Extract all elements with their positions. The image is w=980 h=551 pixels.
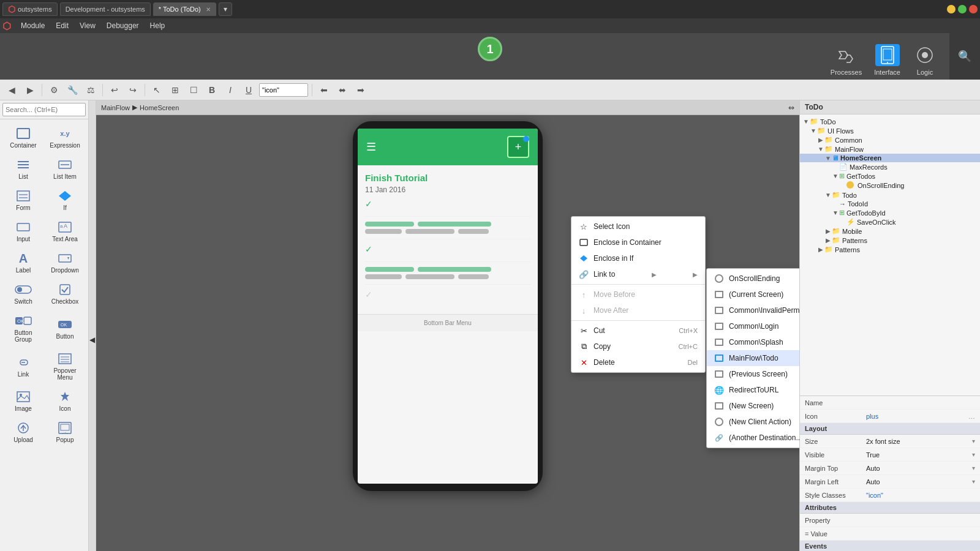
toolbar-undo-btn[interactable]: ↩ [107,82,123,98]
panel-collapse-btn[interactable]: ◀ [89,100,96,551]
widget-button-group[interactable]: OK Button Group [4,310,43,346]
tree-node-patterns[interactable]: ▶ 📁 Patterns [800,236,980,245]
sub-another-dest[interactable]: 🔗 (Another Destination...) Ctrl+L [707,430,799,446]
toolbar-align-left-btn[interactable]: ⬅ [316,82,332,98]
widget-dropdown[interactable]: Dropdown [45,248,85,277]
widget-switch[interactable]: Switch [4,279,43,308]
widget-expression[interactable]: x.y Expression [45,123,85,152]
ctx-cut[interactable]: ✂ Cut Ctrl+X [571,323,705,339]
tree-toggle-mobile[interactable]: ▶ [824,228,832,235]
widget-button[interactable]: OK Button [45,310,85,346]
search-top-icon[interactable]: 🔍 [949,33,980,80]
breadcrumb-homescreen[interactable]: HomeScreen [140,104,179,111]
style-class-input[interactable] [259,83,308,97]
widget-icon-item[interactable]: Icon [45,386,85,415]
widget-link[interactable]: Link [4,348,43,384]
maximize-button[interactable] [958,5,967,13]
widget-container[interactable]: Container [4,123,43,152]
tree-node-todo-item[interactable]: ▼ 📁 Todo [800,190,980,200]
tree-toggle-gettodos[interactable]: ▼ [832,173,839,180]
sub-new-client-action[interactable]: (New Client Action) [707,414,799,430]
tree-node-gettodos[interactable]: ▼ ⊞ GetTodos [800,171,980,181]
toolbar-select-btn[interactable]: ↖ [149,82,165,98]
sub-on-scroll-ending[interactable]: OnScrollEnding [707,271,799,287]
sub-redirect-url[interactable]: 🌐 RedirectToURL [707,382,799,398]
sub-previous-screen[interactable]: (Previous Screen) [707,366,799,382]
widget-form[interactable]: Form [4,186,43,214]
tree-node-maxrecords[interactable]: ▶ 📄 MaxRecords [800,162,980,171]
tab-todo[interactable]: * ToDo (ToDo) ✕ [153,2,216,16]
toolbar-settings-btn[interactable]: ⚙ [46,82,62,98]
ctx-enclose-if[interactable]: Enclose in If [571,250,705,266]
prop-visible-dropdown[interactable]: ▾ [972,451,975,458]
phone-plus-btn[interactable]: + [507,136,529,158]
toolbar-redo-btn[interactable]: ↪ [125,82,141,98]
tree-node-mobile[interactable]: ▶ 📁 Mobile [800,227,980,236]
widget-image[interactable]: Image [4,386,43,415]
sub-mainflow-todo[interactable]: MainFlow\Todo [707,350,799,366]
breadcrumb-toggle-icon[interactable]: ⇔ [788,103,794,112]
toolbar-italic-btn[interactable]: I [222,82,238,98]
tree-toggle-mainflow[interactable]: ▼ [817,146,824,153]
ctx-delete[interactable]: ✕ Delete Del [571,354,705,370]
tree-node-saveonclick[interactable]: ▶ ⚡ SaveOnClick [800,217,980,227]
tree-node-gettodobyid[interactable]: ▼ ⊞ GetTodoById [800,208,980,217]
menu-module[interactable]: Module [16,20,50,31]
menu-debugger[interactable]: Debugger [102,20,144,31]
nav-interface[interactable]: Interface [874,44,900,76]
tab-close-icon[interactable]: ✕ [206,6,211,13]
tree-node-todoid[interactable]: ▶ → TodoId [800,200,980,208]
tree-toggle-gettodobyid[interactable]: ▼ [832,209,839,217]
tree-node-onscrollending[interactable]: ▶ OnScrollEnding [800,181,980,190]
phone-hamburger-icon[interactable]: ☰ [366,140,376,154]
tab-outsystems[interactable]: ⬡ outsystems [2,2,58,16]
menu-help[interactable]: Help [145,20,170,31]
toolbar-bold-btn[interactable]: B [204,82,220,98]
prop-margin-left-dropdown[interactable]: ▾ [972,478,975,485]
toolbar-align-right-btn[interactable]: ➡ [353,82,369,98]
toolbar-wrench-btn[interactable]: 🔧 [64,82,80,98]
widget-label[interactable]: A Label [4,248,43,277]
widget-popup[interactable]: </> Popup [45,418,85,446]
sub-current-screen[interactable]: (Current Screen) [707,287,799,302]
ctx-link-to[interactable]: 🔗 Link to ▶ [571,266,705,282]
toolbar-widget-btn[interactable]: ⊞ [167,82,183,98]
toolbar-compare-btn[interactable]: ⚖ [83,82,99,98]
nav-processes[interactable]: Processes [831,44,862,76]
ctx-copy[interactable]: ⧉ Copy Ctrl+C [571,339,705,354]
sub-common-login[interactable]: Common\Login [707,318,799,334]
minimize-button[interactable] [947,5,956,13]
tree-node-patterns2[interactable]: ▶ 📁 Patterns [800,245,980,254]
close-button[interactable] [969,5,978,13]
tab-development[interactable]: Development - outsystems [60,2,151,16]
breadcrumb-mainflow[interactable]: MainFlow [101,104,130,111]
widget-upload[interactable]: Upload [4,418,43,446]
tree-node-homescreen[interactable]: ▼ 🖥 HomeScreen [800,154,980,162]
tree-toggle-patterns2[interactable]: ▶ [817,246,824,253]
tree-node-common[interactable]: ▶ 📁 Common [800,135,980,144]
widget-search-input[interactable] [2,103,86,116]
sub-common-splash[interactable]: Common\Splash [707,334,799,350]
ctx-select-icon[interactable]: ☆ Select Icon [571,219,705,234]
sub-common-invalid[interactable]: Common\InvalidPermissions [707,302,799,318]
widget-popover-menu[interactable]: Popover Menu [45,348,85,384]
menu-edit[interactable]: Edit [51,20,74,31]
tab-overflow-btn[interactable]: ▾ [219,2,232,16]
nav-logic[interactable]: Logic [913,44,937,76]
toolbar-back-btn[interactable]: ◀ [4,82,20,98]
toolbar-underline-btn[interactable]: U [241,82,257,98]
tree-node-ui-flows[interactable]: ▼ 📁 UI Flows [800,126,980,135]
tree-toggle-common[interactable]: ▶ [817,137,824,144]
tree-node-mainflow[interactable]: ▼ 📁 MainFlow [800,144,980,154]
tree-toggle-homescreen[interactable]: ▼ [824,154,832,162]
menu-view[interactable]: View [75,20,100,31]
prop-size-dropdown[interactable]: ▾ [972,438,975,444]
widget-input[interactable]: Input [4,217,43,246]
tree-toggle-todo-item[interactable]: ▼ [824,192,832,199]
toolbar-align-center-btn[interactable]: ⬌ [334,82,350,98]
prop-margin-top-dropdown[interactable]: ▾ [972,465,975,471]
widget-checkbox[interactable]: Checkbox [45,279,85,308]
tree-node-todo[interactable]: ▼ 📁 ToDo [800,117,980,126]
widget-list[interactable]: List [4,154,43,183]
toolbar-container-btn[interactable]: ☐ [186,82,202,98]
